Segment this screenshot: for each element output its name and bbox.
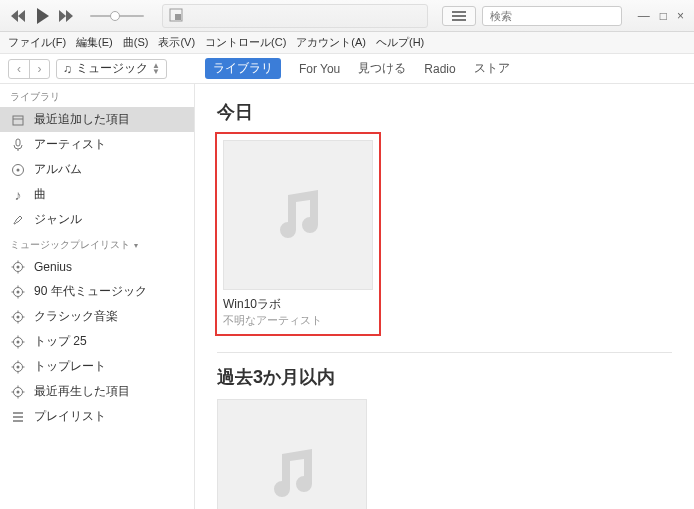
sidebar-item[interactable]: 最近再生した項目 <box>0 379 194 404</box>
media-type-label: ミュージック <box>76 60 148 77</box>
tab-library[interactable]: ライブラリ <box>205 58 281 79</box>
menu-controls[interactable]: コントロール(C) <box>205 35 286 50</box>
sidebar-item[interactable]: アルバム <box>0 157 194 182</box>
menu-account[interactable]: アカウント(A) <box>296 35 366 50</box>
menu-edit[interactable]: 編集(E) <box>76 35 113 50</box>
svg-point-28 <box>17 340 20 343</box>
gear-icon <box>10 284 26 300</box>
tab-for-you[interactable]: For You <box>299 62 340 76</box>
svg-rect-6 <box>16 139 20 146</box>
sidebar-item[interactable]: トップ 25 <box>0 329 194 354</box>
svg-point-16 <box>17 290 20 293</box>
nav-back-button[interactable]: ‹ <box>9 60 29 78</box>
svg-rect-1 <box>175 14 181 20</box>
note-icon: ♪ <box>10 187 26 203</box>
sidebar-item-label: トップレート <box>34 358 106 375</box>
volume-slider[interactable] <box>90 15 144 17</box>
menu-help[interactable]: ヘルプ(H) <box>376 35 424 50</box>
menu-file[interactable]: ファイル(F) <box>8 35 66 50</box>
music-note-icon: ♫ <box>63 62 72 76</box>
next-button[interactable] <box>58 8 74 24</box>
sidebar-item[interactable]: 90 年代ミュージック <box>0 279 194 304</box>
menu-song[interactable]: 曲(S) <box>123 35 149 50</box>
sub-nav: ‹ › ♫ ミュージック ▲▼ ライブラリ For You 見つける Radio… <box>0 54 694 84</box>
sidebar-item-label: 最近再生した項目 <box>34 383 130 400</box>
minimize-button[interactable]: — <box>638 9 650 23</box>
media-type-selector[interactable]: ♫ ミュージック ▲▼ <box>56 59 167 79</box>
clock-icon <box>10 112 26 128</box>
content-area: 今日Win10ラボ不明なアーティスト過去3か月以内 <box>195 84 694 509</box>
gear-icon <box>10 259 26 275</box>
sidebar-item[interactable]: 最近追加した項目 <box>0 107 194 132</box>
tab-store[interactable]: ストア <box>474 60 510 77</box>
sidebar-item[interactable]: プレイリスト <box>0 404 194 429</box>
section-title: 今日 <box>217 100 672 124</box>
player-bar: — □ × <box>0 0 694 32</box>
svg-point-22 <box>17 315 20 318</box>
list-view-button[interactable] <box>442 6 476 26</box>
sidebar-item-label: Genius <box>34 260 72 274</box>
maximize-button[interactable]: □ <box>660 9 667 23</box>
sidebar: ライブラリ 最近追加した項目アーティストアルバム♪曲ジャンル ミュージックプレイ… <box>0 84 195 509</box>
sidebar-item[interactable]: トップレート <box>0 354 194 379</box>
album-card[interactable]: Win10ラボ不明なアーティスト <box>217 134 379 334</box>
tab-browse[interactable]: 見つける <box>358 60 406 77</box>
sidebar-item[interactable]: ♪曲 <box>0 182 194 207</box>
svg-rect-4 <box>13 116 23 125</box>
sidebar-item-label: アーティスト <box>34 136 106 153</box>
sidebar-item-label: 90 年代ミュージック <box>34 283 147 300</box>
gear-icon <box>10 334 26 350</box>
play-button[interactable] <box>32 6 52 26</box>
tab-radio[interactable]: Radio <box>424 62 455 76</box>
chevron-down-icon: ▾ <box>134 241 138 250</box>
miniplayer-icon[interactable] <box>169 8 183 22</box>
album-icon <box>10 162 26 178</box>
sidebar-item[interactable]: クラシック音楽 <box>0 304 194 329</box>
chevron-updown-icon: ▲▼ <box>152 63 160 75</box>
sidebar-item-label: アルバム <box>34 161 82 178</box>
sidebar-item-label: クラシック音楽 <box>34 308 118 325</box>
svg-point-34 <box>17 365 20 368</box>
guitar-icon <box>10 212 26 228</box>
section-title: 過去3か月以内 <box>217 365 672 389</box>
album-art-placeholder <box>217 399 367 509</box>
mic-icon <box>10 137 26 153</box>
album-title: Win10ラボ <box>223 296 373 313</box>
gear-icon <box>10 384 26 400</box>
now-playing-display <box>162 4 428 28</box>
sidebar-item-label: トップ 25 <box>34 333 87 350</box>
sidebar-item-label: 最近追加した項目 <box>34 111 130 128</box>
search-input[interactable] <box>482 6 622 26</box>
close-button[interactable]: × <box>677 9 684 23</box>
sidebar-item-label: プレイリスト <box>34 408 106 425</box>
prev-button[interactable] <box>10 8 26 24</box>
album-card[interactable] <box>217 399 367 509</box>
svg-point-40 <box>17 390 20 393</box>
sidebar-item-label: 曲 <box>34 186 46 203</box>
gear-icon <box>10 309 26 325</box>
menu-view[interactable]: 表示(V) <box>158 35 195 50</box>
sidebar-section-playlists[interactable]: ミュージックプレイリスト ▾ <box>0 232 194 255</box>
sidebar-item[interactable]: アーティスト <box>0 132 194 157</box>
list-icon <box>10 409 26 425</box>
svg-point-10 <box>17 266 20 269</box>
album-art-placeholder <box>223 140 373 290</box>
nav-forward-button[interactable]: › <box>29 60 49 78</box>
sidebar-item[interactable]: Genius <box>0 255 194 279</box>
sidebar-item[interactable]: ジャンル <box>0 207 194 232</box>
menu-bar: ファイル(F) 編集(E) 曲(S) 表示(V) コントロール(C) アカウント… <box>0 32 694 54</box>
gear-icon <box>10 359 26 375</box>
svg-point-8 <box>17 168 20 171</box>
sidebar-section-library: ライブラリ <box>0 84 194 107</box>
sidebar-item-label: ジャンル <box>34 211 82 228</box>
album-artist: 不明なアーティスト <box>223 313 373 328</box>
